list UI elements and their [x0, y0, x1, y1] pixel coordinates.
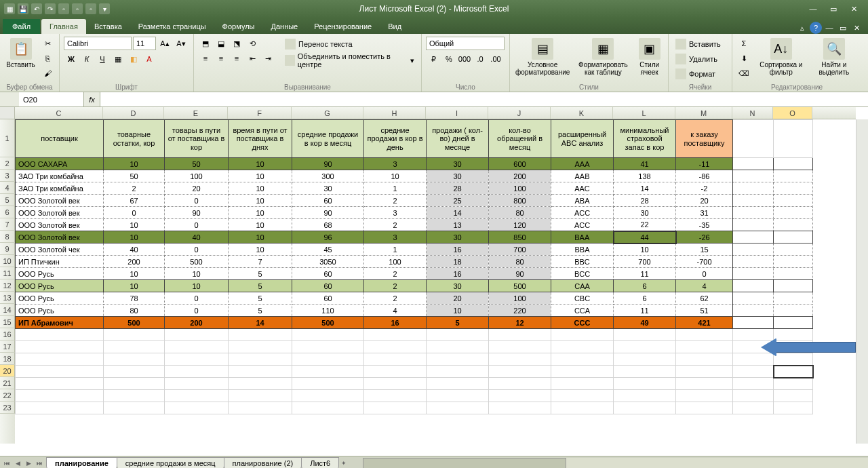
cell[interactable] [104, 390, 165, 402]
cell[interactable]: 30 [292, 182, 364, 195]
cell[interactable]: 14 [614, 182, 676, 195]
row-header-17[interactable]: 17 [0, 340, 15, 353]
cell[interactable]: 200 [104, 256, 165, 268]
cell[interactable]: 51 [676, 305, 733, 317]
cell[interactable]: AAA [551, 158, 614, 170]
align-right-button[interactable]: ≡ [229, 52, 244, 65]
cell[interactable]: 62 [676, 292, 733, 305]
cell[interactable]: 2 [364, 219, 427, 231]
cell[interactable]: 5 [229, 305, 292, 317]
qat-icon[interactable]: ▫ [85, 3, 96, 14]
cell[interactable] [614, 378, 676, 390]
cell[interactable] [292, 329, 364, 341]
header-cell[interactable]: товары в пути от поставщика в кор [165, 120, 229, 158]
cell[interactable] [165, 353, 229, 366]
cell[interactable]: 14 [427, 207, 489, 219]
horizontal-scrollbar[interactable] [363, 458, 868, 469]
cell[interactable]: 600 [489, 158, 551, 170]
cell[interactable]: 80 [104, 305, 165, 317]
cell[interactable]: 120 [489, 219, 551, 231]
cell[interactable]: 16 [364, 317, 427, 329]
header-cell[interactable]: кол-во обращений в месяц [489, 120, 551, 158]
cell[interactable]: 80 [489, 207, 551, 219]
cell[interactable]: 0 [165, 219, 229, 231]
cell[interactable]: 700 [489, 243, 551, 256]
cell[interactable] [104, 402, 165, 414]
col-header-M[interactable]: M [675, 107, 732, 119]
row-header-8[interactable]: 8 [0, 231, 15, 243]
underline-button[interactable]: Ч [95, 52, 110, 66]
cell[interactable]: 10 [104, 268, 165, 280]
header-cell[interactable]: товарные остатки, кор [104, 120, 165, 158]
cell[interactable]: 2 [364, 195, 427, 207]
number-format-combo[interactable]: Общий [426, 37, 505, 50]
cell[interactable]: 10 [229, 195, 292, 207]
cell[interactable] [614, 341, 676, 353]
cell[interactable] [364, 402, 427, 414]
cell[interactable]: 200 [489, 170, 551, 182]
cell[interactable] [489, 402, 551, 414]
align-top-button[interactable]: ⬒ [198, 37, 213, 50]
tab-first-button[interactable]: ⏮ [1, 458, 12, 469]
find-select-button[interactable]: 🔍Найти и выделить [811, 37, 857, 77]
new-sheet-button[interactable]: ✦ [338, 458, 349, 469]
cell[interactable] [774, 378, 813, 390]
cell[interactable]: 0 [676, 268, 733, 280]
cell[interactable] [229, 390, 292, 402]
cell[interactable] [676, 353, 733, 366]
cell[interactable]: 2 [364, 280, 427, 292]
cell[interactable]: 11 [614, 268, 676, 280]
cell[interactable]: 31 [676, 207, 733, 219]
cell[interactable]: 30 [614, 207, 676, 219]
cell[interactable]: 421 [676, 317, 733, 329]
cell[interactable]: 60 [292, 195, 364, 207]
cell[interactable] [489, 366, 551, 378]
header-cell[interactable]: продажи ( кол-во) дней в месяце [427, 120, 489, 158]
cell[interactable] [774, 353, 813, 366]
cell[interactable] [427, 366, 489, 378]
cell[interactable] [165, 390, 229, 402]
bold-button[interactable]: Ж [64, 52, 79, 66]
cell[interactable]: 10 [104, 158, 165, 170]
cell[interactable]: ООО Русь [16, 280, 104, 292]
cell[interactable]: 10 [229, 207, 292, 219]
autosum-button[interactable]: Σ [736, 37, 751, 50]
header-cell[interactable]: поставщик [16, 120, 104, 158]
fill-color-button[interactable]: ◧ [126, 52, 141, 66]
font-size-combo[interactable]: 11 [133, 37, 156, 50]
cell[interactable] [676, 402, 733, 414]
cell[interactable]: 4 [676, 280, 733, 292]
row-header-13[interactable]: 13 [0, 292, 15, 304]
tab-next-button[interactable]: ▶ [23, 458, 34, 469]
row-header-21[interactable]: 21 [0, 377, 15, 389]
percent-button[interactable]: % [441, 52, 456, 66]
cell[interactable] [165, 329, 229, 341]
cell[interactable] [364, 341, 427, 353]
cell[interactable]: 78 [104, 292, 165, 305]
cell[interactable] [104, 353, 165, 366]
cell[interactable]: 500 [165, 256, 229, 268]
font-name-combo[interactable]: Calibri [64, 37, 132, 50]
cell[interactable]: 90 [292, 158, 364, 170]
hscroll-thumb[interactable] [363, 458, 566, 469]
delete-cells-button[interactable]: Удалить [673, 52, 720, 66]
cell[interactable]: 10 [229, 158, 292, 170]
cell[interactable]: 10 [427, 305, 489, 317]
close-button[interactable]: ✕ [845, 3, 863, 15]
cell[interactable]: 3 [364, 231, 427, 243]
cell[interactable]: 40 [104, 243, 165, 256]
cell[interactable]: 12 [489, 317, 551, 329]
col-header-I[interactable]: I [426, 107, 488, 119]
cell[interactable]: 22 [614, 219, 676, 231]
increase-decimal-button[interactable]: .0 [473, 52, 488, 66]
align-center-button[interactable]: ≡ [214, 52, 229, 65]
cell[interactable]: 10 [104, 280, 165, 292]
cell[interactable]: 700 [614, 256, 676, 268]
row-header-12[interactable]: 12 [0, 279, 15, 292]
cell[interactable]: 5 [229, 280, 292, 292]
cell[interactable]: 110 [292, 305, 364, 317]
minimize-button[interactable]: — [804, 3, 822, 15]
cell[interactable] [165, 402, 229, 414]
cell[interactable]: 60 [292, 280, 364, 292]
col-header-J[interactable]: J [488, 107, 551, 119]
